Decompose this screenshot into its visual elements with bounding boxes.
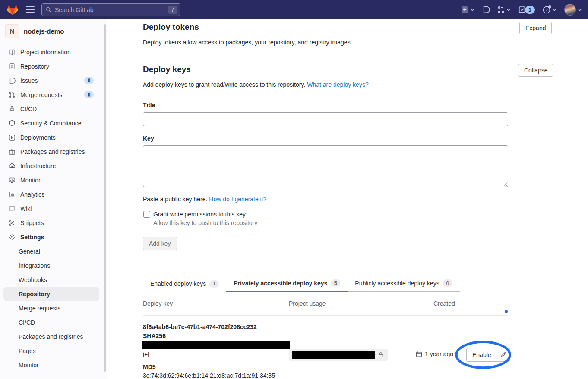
table-header-divider [143,315,508,316]
tab-publicly-accessible-deploy-keys[interactable]: Publicly accessible deploy keys 0 [348,275,459,292]
md5-label: MD5 [143,363,156,370]
sidebar-subitem-label: Merge requests [19,305,60,312]
sidebar-subitem-general[interactable]: General [0,244,107,258]
sidebar-item-label: CI/CD [20,106,37,113]
sidebar-subitem-repository-active[interactable]: Repository [3,287,99,301]
sidebar-item-label: Snippets [20,219,44,226]
notification-dot [548,5,551,8]
created-cell: 1 year ago [416,351,453,357]
tab-label: Enabled deploy keys [150,280,206,287]
sidebar-item-infrastructure[interactable]: Infrastructure [0,159,107,173]
hamburger-menu-icon[interactable] [26,6,35,13]
collapse-button[interactable]: Collapse [518,64,553,77]
tab-privately-accessible-deploy-keys[interactable]: Privately accessible deploy keys 5 [226,275,348,292]
add-key-button[interactable]: Add key [143,237,177,250]
new-menu-button[interactable] [461,6,468,13]
help-button[interactable]: ? [543,6,550,14]
plus-square-icon [461,6,468,13]
svg-text:?: ? [545,7,548,12]
user-avatar[interactable] [564,4,576,16]
created-value: 1 year ago [425,351,453,357]
monitor-icon [9,177,16,184]
chevron-down-icon[interactable] [552,8,556,11]
sidebar-subitem-webhooks[interactable]: Webhooks [0,273,107,287]
sidebar-subitem-integrations[interactable]: Integrations [0,258,107,273]
sidebar-item-repository[interactable]: Repository [0,59,107,73]
sidebar-subitem-pages[interactable]: Pages [0,344,107,358]
merge-requests-icon [9,91,16,98]
chevron-down-icon[interactable] [506,8,511,11]
book-icon [9,205,16,212]
sidebar-subitem-monitor[interactable]: Monitor [0,358,107,372]
search-input[interactable] [55,6,165,13]
sidebar-nav: Project information Repository Issues 0 … [0,45,107,372]
sidebar-scrollbar[interactable] [104,24,106,372]
chevron-down-icon[interactable] [578,8,582,11]
key-help: Paste a public key here. How do I genera… [143,196,266,203]
sidebar-item-monitor[interactable]: Monitor [0,173,107,187]
todos-button[interactable]: 1 [518,6,535,14]
sidebar-item-label: Packages and registries [20,148,85,155]
global-search[interactable]: / [41,3,180,16]
key-textarea[interactable] [143,145,508,187]
sidebar-item-settings[interactable]: Settings [0,230,107,244]
sidebar-item-project-information[interactable]: Project information [0,45,107,59]
sidebar-item-issues[interactable]: Issues 0 [0,73,107,88]
issues-button[interactable] [482,6,490,13]
grant-write-label[interactable]: Grant write permissions to this key [153,211,246,218]
issues-count-badge: 0 [84,77,94,84]
sidebar-item-label: Deployments [20,134,56,141]
sidebar-item-analytics[interactable]: Analytics [0,187,107,201]
sidebar-subitem-packages-registries[interactable]: Packages and registries [0,329,107,344]
project-usage-chip[interactable] [289,349,388,361]
project-header[interactable]: N nodejs-demo [0,19,107,41]
sha256-fingerprint-tail: i+l [143,351,149,358]
title-label: Title [143,102,155,109]
sidebar-subitem-label: Packages and registries [19,333,83,340]
chevron-down-icon[interactable] [470,8,474,11]
project-information-icon [9,49,16,56]
todo-count-badge: 1 [525,6,535,14]
sidebar-item-deployments[interactable]: Deployments [0,130,107,144]
sidebar-subitem-label: Webhooks [19,276,47,283]
textarea-resize-handle[interactable] [503,182,508,187]
merge-request-icon [497,6,505,13]
shield-icon [9,120,16,127]
title-input[interactable] [143,112,508,126]
deployments-icon [9,134,16,141]
tab-label: Privately accessible deploy keys [234,280,327,287]
calendar-icon [416,351,422,357]
key-label: Key [143,135,154,142]
issues-doc-icon [482,6,490,13]
expand-button[interactable]: Expand [519,22,552,34]
what-are-deploy-keys-link[interactable]: What are deploy keys? [307,81,368,88]
sidebar-item-snippets[interactable]: Snippets [0,216,107,230]
grant-write-help: Allow this key to push to this repositor… [153,219,257,226]
sidebar-item-wiki[interactable]: Wiki [0,201,107,216]
how-generate-link[interactable]: How do I generate it? [209,196,266,203]
merge-requests-count-badge: 0 [84,91,94,98]
deploy-tokens-title: Deploy tokens [143,22,199,32]
sidebar-item-merge-requests[interactable]: Merge requests 0 [0,88,107,102]
md5-fingerprint: 3c:74:3d:62:94:6e:b1:14:21:d8:ac:7d:1a:9… [143,372,275,379]
grant-write-checkbox[interactable] [143,211,150,218]
search-icon [46,7,52,13]
tab-enabled-deploy-keys[interactable]: Enabled deploy keys 1 [143,275,226,292]
deploy-keys-title: Deploy keys [143,65,191,74]
rocket-icon [9,106,16,113]
sidebar-subitem-ci-cd[interactable]: CI/CD [0,315,107,329]
sidebar-subitem-merge-requests[interactable]: Merge requests [0,301,107,315]
gitlab-logo-icon[interactable] [6,3,19,16]
sidebar-item-packages-registries[interactable]: Packages and registries [0,144,107,159]
cloud-gear-icon [9,163,16,169]
gitlab-app: / [0,0,588,379]
deploy-tokens-description: Deploy tokens allow access to packages, … [143,39,352,46]
sidebar-item-label: Project information [20,49,71,56]
merge-requests-button[interactable] [497,6,505,13]
sidebar-item-ci-cd[interactable]: CI/CD [0,102,107,116]
project-sidebar: N nodejs-demo Project information Reposi… [0,19,107,379]
key-help-text: Paste a public key here. [143,196,207,203]
sidebar-subitem-label: Pages [19,348,36,354]
tab-count-badge: 0 [443,279,452,287]
sidebar-item-security-compliance[interactable]: Security & Compliance [0,116,107,130]
